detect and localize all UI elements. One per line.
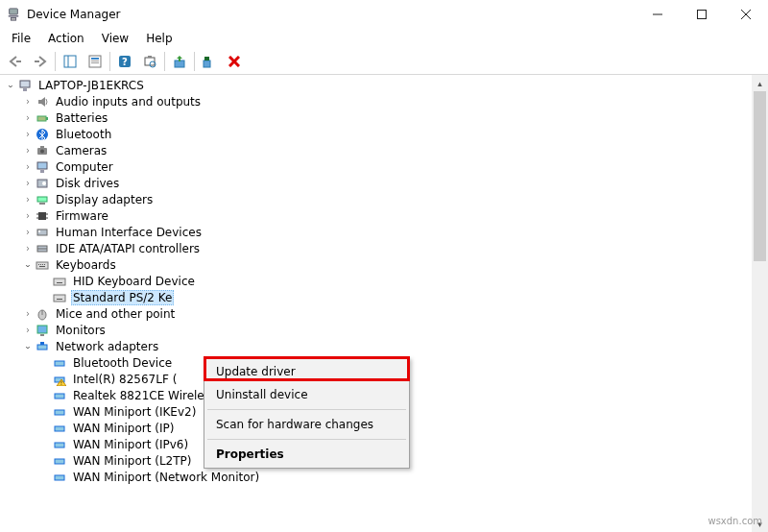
scroll-track[interactable] xyxy=(752,91,768,516)
expand-toggle[interactable] xyxy=(21,96,35,107)
context-separator xyxy=(207,409,406,410)
category-cameras[interactable]: Cameras xyxy=(4,142,768,158)
menu-help[interactable]: Help xyxy=(138,30,180,47)
svg-rect-39 xyxy=(39,203,45,205)
update-driver-toolbar-button[interactable] xyxy=(168,51,191,72)
root-label: LAPTOP-JB1EKRCS xyxy=(36,79,146,92)
svg-rect-57 xyxy=(54,295,65,302)
svg-rect-8 xyxy=(35,60,39,62)
device-wan-netmon[interactable]: WAN Miniport (Network Monitor) xyxy=(4,469,768,485)
camera-icon xyxy=(35,143,50,158)
expand-toggle[interactable] xyxy=(21,112,35,123)
computer-icon xyxy=(35,159,50,175)
network-icon xyxy=(35,339,50,354)
svg-rect-1 xyxy=(9,15,19,17)
expand-toggle[interactable] xyxy=(21,178,35,188)
expand-toggle[interactable] xyxy=(21,129,35,139)
category-keyboards[interactable]: Keyboards xyxy=(4,256,768,273)
vertical-scrollbar[interactable]: ▴ ▾ xyxy=(752,75,768,532)
svg-rect-14 xyxy=(91,62,99,63)
help-button[interactable]: ? xyxy=(113,51,136,72)
app-icon xyxy=(6,7,21,22)
device-hid-keyboard[interactable]: HID Keyboard Device xyxy=(4,273,768,289)
network-adapter-icon xyxy=(52,437,67,452)
svg-rect-20 xyxy=(175,60,184,67)
category-firmware[interactable]: Firmware xyxy=(4,207,768,224)
menu-view[interactable]: View xyxy=(94,30,136,47)
category-network[interactable]: Network adapters xyxy=(4,338,768,354)
menubar: File Action View Help xyxy=(0,29,768,48)
category-ide[interactable]: IDE ATA/ATAPI controllers xyxy=(4,240,768,256)
context-separator xyxy=(207,439,406,440)
expand-toggle[interactable] xyxy=(21,341,35,351)
scroll-up-button[interactable]: ▴ xyxy=(752,75,768,91)
category-display-adapters[interactable]: Display adapters xyxy=(4,191,768,207)
svg-rect-71 xyxy=(55,426,64,431)
back-button[interactable] xyxy=(4,51,27,72)
context-properties[interactable]: Properties xyxy=(206,443,407,466)
svg-rect-69 xyxy=(55,394,64,399)
svg-rect-61 xyxy=(37,326,47,333)
category-computer[interactable]: Computer xyxy=(4,158,768,175)
network-adapter-icon xyxy=(52,388,67,403)
menu-file[interactable]: File xyxy=(4,30,38,47)
window-title: Device Manager xyxy=(27,8,636,21)
expand-toggle[interactable] xyxy=(21,210,35,221)
scroll-thumb[interactable] xyxy=(754,91,766,261)
svg-rect-56 xyxy=(57,282,62,283)
monitor-icon xyxy=(35,323,50,338)
toolbar: ? xyxy=(0,48,768,75)
device-ps2-keyboard[interactable]: Standard PS/2 Ke xyxy=(4,289,768,305)
expand-toggle[interactable] xyxy=(21,308,35,319)
category-bluetooth[interactable]: Bluetooth xyxy=(4,126,768,142)
ide-icon xyxy=(35,241,50,256)
toolbar-separator xyxy=(55,52,56,71)
uninstall-toolbar-button[interactable] xyxy=(198,51,221,72)
network-adapter-icon xyxy=(52,453,67,469)
expand-toggle[interactable] xyxy=(21,243,35,254)
svg-rect-74 xyxy=(55,475,64,480)
expand-toggle[interactable] xyxy=(21,194,35,205)
close-button[interactable] xyxy=(724,0,768,29)
svg-rect-28 xyxy=(37,116,46,121)
svg-rect-62 xyxy=(40,334,44,336)
network-adapter-icon xyxy=(52,355,67,371)
expand-toggle[interactable] xyxy=(21,161,35,172)
expand-toggle[interactable] xyxy=(4,80,17,90)
expand-toggle[interactable] xyxy=(21,227,35,237)
properties-button[interactable] xyxy=(84,51,107,72)
toolbar-separator xyxy=(194,52,195,71)
context-scan-hardware[interactable]: Scan for hardware changes xyxy=(206,413,407,436)
context-update-driver[interactable]: Update driver xyxy=(206,360,407,383)
category-audio[interactable]: Audio inputs and outputs xyxy=(4,93,768,109)
category-disk-drives[interactable]: Disk drives xyxy=(4,175,768,191)
tree-root[interactable]: LAPTOP-JB1EKRCS xyxy=(4,77,768,93)
expand-toggle[interactable] xyxy=(21,259,35,270)
svg-rect-73 xyxy=(55,459,64,464)
show-hide-tree-button[interactable] xyxy=(59,51,82,72)
svg-rect-18 xyxy=(148,56,152,58)
svg-rect-58 xyxy=(57,299,62,300)
maximize-button[interactable] xyxy=(680,0,724,29)
network-adapter-icon xyxy=(52,470,67,485)
forward-button[interactable] xyxy=(29,51,52,72)
context-uninstall-device[interactable]: Uninstall device xyxy=(206,383,407,406)
scan-button[interactable] xyxy=(138,51,161,72)
mouse-icon xyxy=(35,306,50,322)
menu-action[interactable]: Action xyxy=(40,30,92,47)
minimize-button[interactable] xyxy=(636,0,680,29)
hid-icon xyxy=(35,225,50,240)
expand-toggle[interactable] xyxy=(21,325,35,335)
expand-toggle[interactable] xyxy=(21,145,35,156)
svg-rect-2 xyxy=(11,18,15,21)
watermark: wsxdn.com xyxy=(708,516,762,526)
category-monitors[interactable]: Monitors xyxy=(4,322,768,338)
svg-rect-55 xyxy=(54,278,65,285)
remove-toolbar-button[interactable] xyxy=(223,51,246,72)
titlebar: Device Manager xyxy=(0,0,768,29)
category-hid[interactable]: Human Interface Devices xyxy=(4,224,768,240)
category-mice[interactable]: Mice and other point xyxy=(4,305,768,322)
context-menu: Update driver Uninstall device Scan for … xyxy=(204,357,410,469)
svg-rect-52 xyxy=(42,264,43,265)
category-batteries[interactable]: Batteries xyxy=(4,109,768,126)
